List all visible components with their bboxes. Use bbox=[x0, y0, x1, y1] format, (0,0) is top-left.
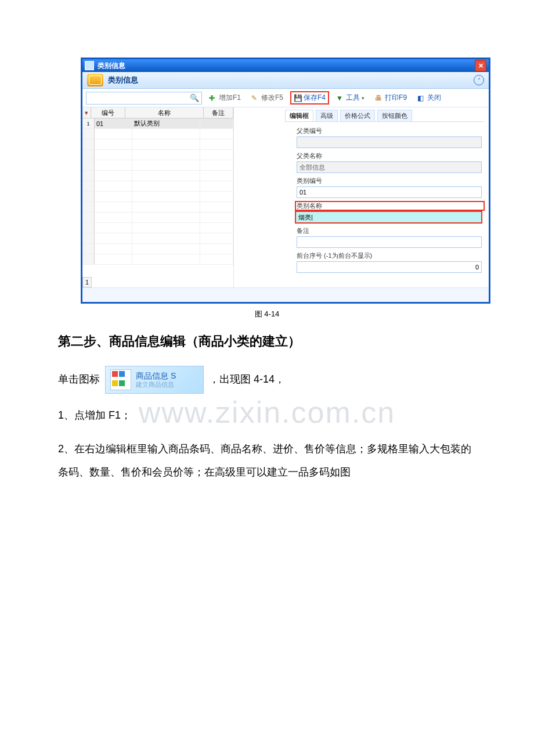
grid: ▾ 编号 名称 备注 1 01 默认类别 bbox=[82, 107, 234, 287]
row-code: 01 bbox=[95, 118, 132, 128]
search-box[interactable]: 🔍 bbox=[86, 92, 202, 105]
add-button[interactable]: ✚增加F1 bbox=[205, 91, 244, 105]
titlebar: 类别信息 ✕ bbox=[82, 59, 489, 72]
appbtn-sub: 建立商品信息 bbox=[136, 381, 176, 388]
tab-price[interactable]: 价格公式 bbox=[340, 110, 375, 121]
module-icon bbox=[87, 74, 103, 87]
figure-caption: 图 4-14 bbox=[0, 309, 534, 319]
table-row[interactable]: 1 01 默认类别 bbox=[82, 118, 233, 129]
fld-note[interactable] bbox=[297, 236, 482, 248]
row-name: 默认类别 bbox=[132, 118, 200, 128]
row-note bbox=[200, 118, 233, 128]
lbl-parent-name: 父类名称 bbox=[297, 152, 484, 160]
grid-col-name[interactable]: 名称 bbox=[125, 107, 204, 118]
window-title: 类别信息 bbox=[98, 61, 125, 71]
print-button[interactable]: 🖶打印F9 bbox=[371, 91, 410, 105]
li-1: 1、点增加 F1； bbox=[58, 404, 476, 427]
statusbar bbox=[82, 287, 489, 302]
form-panel: 编辑框 高级 价格公式 按钮颜色 父类编号 父类名称 全部信息 类别编号 01 … bbox=[280, 107, 489, 287]
lbl-parent-code: 父类编号 bbox=[297, 127, 484, 135]
collapse-icon[interactable]: ˄ bbox=[474, 75, 484, 85]
product-icon bbox=[110, 369, 131, 390]
step2-heading: 第二步、商品信息编辑（商品小类的建立） bbox=[58, 327, 476, 355]
fld-seq[interactable]: 0 bbox=[297, 261, 482, 273]
lbl-seq: 前台序号 (-1为前台不显示) bbox=[297, 251, 484, 260]
window: 类别信息 ✕ 类别信息 ˄ 🔍 ✚增加F1 ✎修改F5 💾保存F4 ▼工具 🖶打… bbox=[81, 58, 490, 303]
save-button[interactable]: 💾保存F4 bbox=[290, 91, 329, 105]
subheader: 类别信息 ˄ bbox=[82, 72, 489, 89]
grid-header: ▾ 编号 名称 备注 bbox=[82, 107, 233, 118]
mid-gap bbox=[234, 107, 280, 287]
close-button[interactable]: ◧关闭 bbox=[414, 91, 445, 105]
search-icon[interactable]: 🔍 bbox=[190, 93, 199, 102]
fld-name[interactable]: 烟类| bbox=[295, 211, 482, 223]
close-icon[interactable]: ✕ bbox=[475, 60, 486, 71]
click-line: 单击图标 商品信息 S 建立商品信息 ，出现图 4-14， bbox=[58, 366, 476, 394]
appbtn-title: 商品信息 S bbox=[136, 371, 176, 381]
grid-col-marker[interactable]: ▾ bbox=[82, 107, 91, 118]
product-info-button[interactable]: 商品信息 S 建立商品信息 bbox=[105, 366, 204, 394]
grid-row-count: 1 bbox=[82, 277, 92, 287]
li-2: 2、在右边编辑框里输入商品条码、商品名称、进价、售价等信息；多规格里输入大包装的… bbox=[58, 438, 476, 484]
lbl-name: 类别名称 bbox=[295, 201, 484, 210]
tab-advanced[interactable]: 高级 bbox=[316, 110, 338, 121]
fld-parent-name: 全部信息 bbox=[297, 161, 482, 173]
tool-button[interactable]: ▼工具 bbox=[333, 91, 368, 105]
row-index: 1 bbox=[82, 118, 95, 128]
search-input[interactable] bbox=[89, 94, 190, 102]
fld-code[interactable]: 01 bbox=[297, 186, 482, 198]
lbl-note: 备注 bbox=[297, 226, 484, 235]
fld-parent-code bbox=[297, 136, 482, 148]
app-icon bbox=[85, 61, 94, 70]
tab-color[interactable]: 按钮颜色 bbox=[377, 110, 412, 121]
tab-edit[interactable]: 编辑框 bbox=[285, 110, 313, 121]
lbl-code: 类别编号 bbox=[297, 177, 484, 185]
grid-col-note[interactable]: 备注 bbox=[204, 107, 233, 118]
module-title: 类别信息 bbox=[108, 75, 138, 85]
content: ▾ 编号 名称 备注 1 01 默认类别 bbox=[82, 107, 489, 287]
grid-col-code[interactable]: 编号 bbox=[91, 107, 125, 118]
toolbar: 🔍 ✚增加F1 ✎修改F5 💾保存F4 ▼工具 🖶打印F9 ◧关闭 bbox=[82, 89, 489, 107]
tabs: 编辑框 高级 价格公式 按钮颜色 bbox=[285, 110, 484, 122]
edit-button[interactable]: ✎修改F5 bbox=[248, 91, 287, 105]
